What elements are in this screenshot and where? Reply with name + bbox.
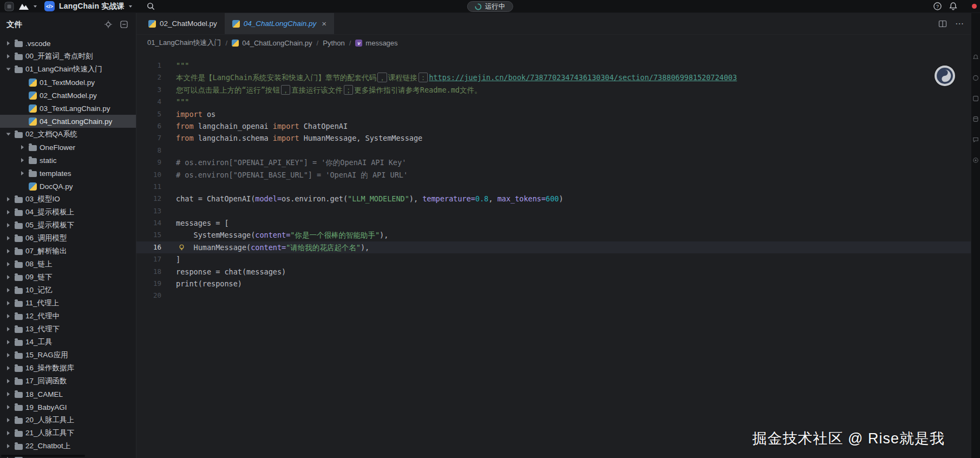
tree-item[interactable]: 01_LangChain快速入门 bbox=[0, 63, 136, 76]
line-number[interactable]: 9 bbox=[136, 156, 161, 168]
line-number[interactable]: 3 bbox=[136, 84, 161, 96]
split-editor-icon[interactable] bbox=[938, 19, 947, 28]
select-opened-file-icon[interactable] bbox=[104, 20, 113, 29]
line-number[interactable]: 6 bbox=[136, 120, 161, 132]
intention-bulb-icon[interactable] bbox=[178, 244, 186, 252]
chevron-icon[interactable] bbox=[18, 143, 26, 151]
tree-item[interactable]: 08_链上 bbox=[0, 258, 136, 271]
chevron-icon[interactable] bbox=[18, 156, 26, 164]
line-number[interactable]: 1 bbox=[136, 60, 161, 71]
line-number[interactable]: 14 bbox=[136, 217, 161, 229]
tool-stripe-icon[interactable] bbox=[972, 75, 979, 81]
breadcrumb-item[interactable]: vmessages bbox=[355, 39, 397, 47]
editor-tab[interactable]: 04_ChatLongChain.py × bbox=[225, 13, 334, 34]
line-number[interactable]: 10 bbox=[136, 169, 161, 181]
line-number[interactable]: 17 bbox=[136, 253, 161, 265]
help-icon[interactable]: ? bbox=[933, 2, 942, 11]
tree-item[interactable]: OneFlower bbox=[0, 141, 136, 154]
tree-item[interactable]: 14_工具 bbox=[0, 336, 136, 349]
line-number[interactable]: 8 bbox=[136, 145, 161, 156]
chevron-icon[interactable] bbox=[4, 66, 12, 73]
chevron-icon[interactable] bbox=[4, 247, 12, 255]
tree-item[interactable]: 02_ChatModel.py bbox=[0, 89, 136, 102]
chevron-icon[interactable] bbox=[4, 416, 12, 424]
tool-stripe-icon[interactable] bbox=[972, 54, 979, 61]
chevron-icon[interactable] bbox=[4, 390, 12, 398]
tree-item[interactable]: 02_文档QA系统 bbox=[0, 128, 136, 141]
chevron-icon[interactable] bbox=[4, 260, 12, 268]
tree-item[interactable]: 07_解析输出 bbox=[0, 245, 136, 258]
chevron-icon[interactable] bbox=[4, 325, 12, 333]
chevron-icon[interactable] bbox=[4, 312, 12, 320]
project-badge-icon[interactable]: </> bbox=[44, 1, 55, 11]
chevron-icon[interactable] bbox=[4, 195, 12, 203]
tree-item[interactable]: static bbox=[0, 154, 136, 167]
tree-item[interactable]: 01_TextModel.py bbox=[0, 76, 136, 89]
tree-item[interactable]: 19_BabyAGI bbox=[0, 401, 136, 414]
line-number[interactable]: 15 bbox=[136, 229, 161, 241]
line-number[interactable]: 5 bbox=[136, 108, 161, 120]
code-line[interactable]: 3您可以点击最上方的“运行”按钮，直接运行该文件；更多操作指引请参考Readme… bbox=[136, 84, 971, 96]
tree-item[interactable]: 04_提示模板上 bbox=[0, 206, 136, 219]
code-line[interactable]: 4""" bbox=[136, 96, 971, 108]
chevron-icon[interactable] bbox=[4, 234, 12, 242]
tree-item[interactable]: 04_ChatLongChain.py bbox=[0, 115, 136, 128]
chevron-icon[interactable] bbox=[4, 130, 12, 138]
chevron-icon[interactable] bbox=[4, 442, 12, 450]
tree-item[interactable]: templates bbox=[0, 167, 136, 180]
notifications-bell-icon[interactable] bbox=[949, 2, 958, 11]
line-number[interactable]: 19 bbox=[136, 278, 161, 290]
line-number[interactable]: 11 bbox=[136, 181, 161, 193]
breadcrumb-item[interactable]: 01_LangChain快速入门 bbox=[147, 38, 221, 48]
code-line[interactable]: 11 bbox=[136, 181, 971, 193]
breadcrumb-item[interactable]: 04_ChatLongChain.py bbox=[232, 39, 312, 47]
tree-item[interactable]: 05_提示模板下 bbox=[0, 219, 136, 232]
tree-item[interactable]: 03_TextLangChain.py bbox=[0, 102, 136, 115]
line-number[interactable]: 13 bbox=[136, 205, 161, 217]
chevron-icon[interactable] bbox=[18, 104, 26, 112]
tree-item[interactable]: .vscode bbox=[0, 37, 136, 50]
line-number[interactable]: 16 bbox=[136, 241, 161, 253]
chevron-icon[interactable] bbox=[18, 78, 26, 86]
collapse-all-icon[interactable] bbox=[120, 20, 128, 29]
code-line[interactable]: 18response = chat(messages) bbox=[136, 266, 971, 278]
code-line[interactable]: 17] bbox=[136, 253, 971, 265]
tree-item[interactable]: 12_代理中 bbox=[0, 310, 136, 323]
line-number[interactable]: 18 bbox=[136, 266, 161, 278]
line-number[interactable]: 20 bbox=[136, 290, 161, 302]
breadcrumb-item[interactable]: Python bbox=[323, 39, 344, 47]
tree-item[interactable]: 13_代理下 bbox=[0, 323, 136, 336]
chevron-icon[interactable] bbox=[4, 40, 12, 47]
code-line[interactable]: 15 SystemMessage(content="你是一个很棒的智能助手"), bbox=[136, 229, 971, 241]
chevron-icon[interactable] bbox=[4, 286, 12, 294]
tree-item[interactable]: 03_模型IO bbox=[0, 193, 136, 206]
tool-stripe-icon[interactable] bbox=[972, 157, 979, 163]
project-name[interactable]: LangChain 实战课 bbox=[59, 2, 125, 11]
line-number[interactable]: 12 bbox=[136, 193, 161, 205]
run-status-button[interactable]: 运行中 bbox=[467, 1, 513, 12]
ide-logo-icon[interactable] bbox=[18, 2, 29, 11]
more-options-icon[interactable]: ⋯ bbox=[955, 18, 964, 29]
tree-item[interactable]: 11_代理上 bbox=[0, 297, 136, 310]
chevron-icon[interactable] bbox=[4, 429, 12, 437]
code-line[interactable]: 6from langchain_openai import ChatOpenAI bbox=[136, 120, 971, 132]
tree-item[interactable]: 21_人脉工具下 bbox=[0, 427, 136, 440]
code-line[interactable]: 2本文件是【LangChain系统安装和快速入门】章节的配套代码，课程链接：ht… bbox=[136, 71, 971, 83]
tree-item[interactable]: 18_CAMEL bbox=[0, 388, 136, 401]
tree-item[interactable]: 00_开篇词_奇点时刻 bbox=[0, 50, 136, 63]
chevron-icon[interactable] bbox=[4, 351, 12, 359]
code-line[interactable]: 12chat = ChatOpenAI(model=os.environ.get… bbox=[136, 193, 971, 205]
code-line[interactable]: 20 bbox=[136, 290, 971, 302]
tree-item[interactable]: 17_回调函数 bbox=[0, 375, 136, 388]
line-number[interactable]: 2 bbox=[136, 71, 161, 83]
chevron-icon[interactable] bbox=[4, 377, 12, 385]
tree-item[interactable]: 16_操作数据库 bbox=[0, 362, 136, 375]
tree-item[interactable]: 20_人脉工具上 bbox=[0, 414, 136, 427]
code-hyperlink[interactable]: https://juejin.cn/book/73877023474361303… bbox=[429, 73, 737, 82]
code-line[interactable]: 19print(response) bbox=[136, 278, 971, 290]
code-line[interactable]: 13 bbox=[136, 205, 971, 217]
chevron-icon[interactable] bbox=[18, 91, 26, 99]
search-icon[interactable] bbox=[146, 2, 155, 11]
editor-tab[interactable]: 02_ChatModel.py bbox=[141, 13, 225, 34]
tree-item[interactable]: 10_记忆 bbox=[0, 284, 136, 297]
